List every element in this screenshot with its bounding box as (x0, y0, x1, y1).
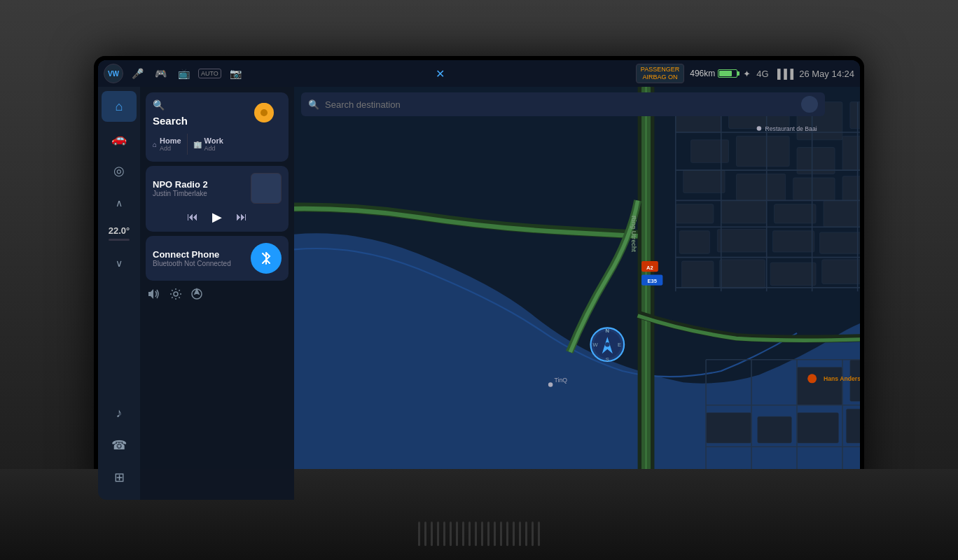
status-bar-right: PASSENGER AIRBAG ON 496km ✦ 4G ▐▐▐ 26 Ma… (636, 64, 854, 83)
search-card-left: 🔍 Search ⌂ Home Add (153, 99, 223, 155)
svg-rect-7 (645, 87, 646, 500)
divider (187, 134, 188, 155)
settings-button[interactable] (169, 288, 182, 300)
svg-rect-13 (736, 136, 789, 166)
svg-point-70 (807, 374, 817, 383)
play-button[interactable]: ▶ (212, 209, 222, 225)
work-dest-icon: 🏢 (193, 141, 202, 148)
pin-icon (247, 99, 282, 134)
svg-rect-34 (797, 413, 839, 443)
status-bar-left: VW 🎤 🎮 📺 AUTO 📷 (104, 64, 244, 83)
sidebar-item-chevron-up[interactable]: ∧ (102, 188, 137, 218)
sidebar-item-car[interactable]: 🚗 (102, 123, 137, 154)
temperature-display: 22.0° (109, 223, 130, 244)
svg-point-68 (757, 126, 761, 130)
music-card: NPO Radio 2 Justin Timberlake ⏮ ▶ ⏭ (146, 166, 289, 232)
map-search-bar[interactable]: 🔍 (301, 92, 825, 116)
home-destination-btn[interactable]: ⌂ Home Add (153, 134, 181, 155)
sidebar-item-home[interactable]: ⌂ (102, 91, 137, 122)
svg-rect-16 (683, 170, 726, 192)
passenger-airbag-badge: PASSENGER AIRBAG ON (636, 64, 684, 83)
sidebar-item-phone[interactable]: ☎ (102, 430, 137, 461)
close-icon[interactable]: ✕ (433, 67, 447, 80)
svg-text:Ring Utrecht: Ring Utrecht (630, 216, 637, 252)
svg-point-1 (261, 109, 268, 116)
microphone-icon[interactable]: 🎤 (129, 68, 146, 79)
svg-text:W: W (592, 342, 598, 348)
svg-text:A2: A2 (646, 265, 653, 271)
overlay-panel: 🔍 Search ⌂ Home Add (140, 87, 294, 500)
music-controls: ⏮ ▶ ⏭ (153, 209, 282, 225)
svg-text:S: S (606, 356, 609, 363)
screen: VW 🎤 🎮 📺 AUTO 📷 ✕ PASSENGER AIRBAG ON (98, 60, 860, 500)
svg-rect-17 (736, 174, 785, 201)
svg-text:Hans Anders: Hans Anders (824, 375, 860, 382)
sidebar: ⌂ 🚗 ◎ ∧ 22.0° ∨ ♪ ☎ ⊞ (98, 60, 140, 500)
svg-rect-31 (822, 260, 860, 284)
prev-button[interactable]: ⏮ (187, 211, 198, 223)
work-destination-btn[interactable]: 🏢 Work Add (193, 134, 223, 155)
phone-text: Connect Phone Bluetooth Not Connected (153, 249, 251, 267)
svg-rect-28 (681, 261, 713, 288)
svg-text:Restaurant de Baai: Restaurant de Baai (765, 125, 817, 132)
svg-point-58 (605, 342, 609, 346)
camera-icon[interactable]: 📷 (227, 68, 244, 79)
home-work-row: ⌂ Home Add 🏢 (153, 134, 223, 155)
bottom-controls (146, 285, 289, 303)
steering-wheel-icon[interactable]: 🎮 (152, 68, 169, 79)
svg-text:N: N (606, 328, 609, 334)
map-search-dot (801, 96, 818, 113)
svg-rect-22 (775, 204, 817, 223)
bluetooth-button[interactable] (251, 243, 282, 274)
navigation-button[interactable] (190, 288, 203, 300)
svg-text:TinQ: TinQ (555, 377, 568, 384)
svg-text:E35: E35 (647, 278, 656, 284)
auto-icon[interactable]: AUTO (198, 69, 221, 78)
svg-text:E: E (618, 342, 621, 348)
search-title: Search (153, 115, 223, 127)
svg-rect-25 (717, 230, 766, 252)
status-bar-center: ✕ (433, 67, 447, 80)
bluetooth-icon: ✦ (743, 69, 751, 79)
home-dest-icon: ⌂ (153, 141, 157, 148)
battery-indicator: 496km (690, 69, 737, 78)
svg-rect-18 (793, 178, 835, 200)
map-search-input[interactable] (325, 99, 796, 110)
map-search-icon: 🔍 (308, 99, 319, 110)
display-icon[interactable]: 📺 (175, 68, 193, 79)
svg-rect-36 (706, 413, 751, 443)
vent-area (418, 522, 540, 546)
svg-rect-35 (846, 409, 860, 443)
svg-rect-23 (824, 200, 860, 227)
signal-4g-icon: 4G (756, 69, 768, 79)
svg-rect-11 (850, 102, 860, 129)
sidebar-item-apps[interactable]: ⊞ (102, 462, 137, 493)
svg-rect-27 (819, 232, 860, 253)
search-card: 🔍 Search ⌂ Home Add (146, 92, 289, 162)
sidebar-item-chevron-down[interactable]: ∨ (102, 248, 137, 279)
battery-fill (719, 71, 732, 76)
sidebar-item-settings[interactable]: ◎ (102, 155, 137, 186)
svg-rect-26 (772, 231, 814, 252)
status-bar: VW 🎤 🎮 📺 AUTO 📷 ✕ PASSENGER AIRBAG ON (98, 60, 860, 87)
next-button[interactable]: ⏭ (236, 211, 247, 223)
music-text: NPO Radio 2 Justin Timberlake (153, 179, 251, 197)
map-area: 🔍 (294, 87, 860, 500)
svg-rect-12 (690, 140, 728, 162)
album-art (251, 173, 282, 204)
map-svg: N S E W A2 E35 Ring Utrecht Restaur (294, 87, 860, 500)
svg-point-2 (174, 292, 178, 296)
dashboard: VW 🎤 🎮 📺 AUTO 📷 ✕ PASSENGER AIRBAG ON (0, 0, 958, 560)
datetime-label: 26 May 14:24 (799, 69, 854, 79)
signal-bars-icon: ▐▐▐ (775, 69, 794, 79)
svg-rect-24 (679, 231, 709, 253)
temp-slider[interactable] (109, 239, 130, 241)
svg-rect-32 (797, 368, 842, 405)
main-area: 🔍 Search ⌂ Home Add (140, 87, 860, 500)
svg-rect-20 (676, 204, 714, 223)
sidebar-item-music[interactable]: ♪ (102, 398, 137, 428)
svg-rect-21 (721, 200, 767, 223)
screen-bezel: VW 🎤 🎮 📺 AUTO 📷 ✕ PASSENGER AIRBAG ON (94, 56, 864, 504)
svg-rect-30 (770, 262, 816, 285)
volume-button[interactable] (147, 288, 161, 300)
